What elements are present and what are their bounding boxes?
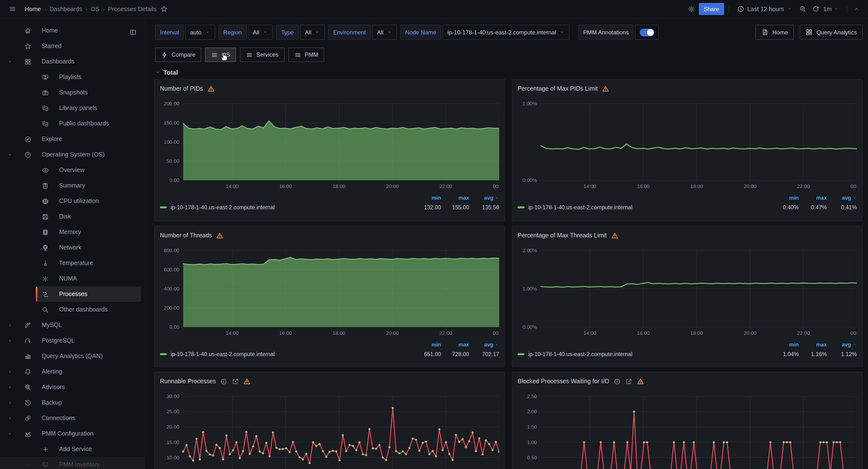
sidebar-item-advisors[interactable]: Advisors xyxy=(0,379,145,395)
sidebar-item-temperature[interactable]: Temperature xyxy=(0,255,145,271)
legend-sort-min[interactable]: min xyxy=(771,195,799,200)
info-icon[interactable] xyxy=(614,378,621,385)
legend-sort-max[interactable]: max xyxy=(441,342,469,347)
sidebar-item-starred[interactable]: Starred xyxy=(0,38,145,54)
legend-series-name[interactable]: ip-10-178-1-40.us-east-2.compute.interna… xyxy=(518,351,771,357)
legend-max-value: 0.47% xyxy=(799,205,827,210)
query-analytics-button[interactable]: Query Analytics xyxy=(799,25,863,40)
warning-icon[interactable] xyxy=(611,232,618,239)
sidebar-item-public-dashboards[interactable]: Public dashboards xyxy=(0,116,145,131)
panel-header: Runnable Processes xyxy=(160,375,499,387)
pmm-annotations-label: PMM Annotations xyxy=(579,25,634,40)
breadcrumb-os[interactable]: OS xyxy=(91,6,99,12)
compare-button[interactable]: Compare xyxy=(155,48,202,62)
legend-sort-max[interactable]: max xyxy=(799,195,827,200)
zoom-out-button[interactable] xyxy=(797,3,808,14)
warning-icon[interactable] xyxy=(637,378,644,385)
sidebar-item-processes[interactable]: Processes xyxy=(0,286,145,302)
row-header-total[interactable]: Total xyxy=(155,69,868,76)
chart-canvas-pids_pct[interactable]: 0.00%1.00%14:0016:0018:0020:0022:0000:00 xyxy=(518,94,857,191)
svg-text:0.00%: 0.00% xyxy=(522,177,537,183)
legend-sort-min[interactable]: min xyxy=(413,342,441,347)
breadcrumb: Home › Dashboards › OS › Processes Detai… xyxy=(25,6,157,12)
favorite-star-button[interactable] xyxy=(158,3,169,14)
legend-sort-min[interactable]: min xyxy=(771,342,799,347)
sidebar-item-summary[interactable]: Summary xyxy=(0,178,145,193)
os-menu-button[interactable]: OS xyxy=(205,48,236,62)
legend-series-name[interactable]: ip-10-178-1-40.us-east-2.compute.interna… xyxy=(160,351,413,357)
filter-interval: Interval auto xyxy=(155,25,215,40)
sidebar-item-pmm-configuration[interactable]: PMM Configuration xyxy=(0,426,145,441)
list-icon xyxy=(294,51,301,58)
sidebar-item-playlists[interactable]: Playlists xyxy=(0,69,145,85)
chart-canvas-runnable[interactable]: 5.0010.0015.0020.0025.0030.0014:0016:001… xyxy=(160,387,499,469)
filter-value-region[interactable]: All xyxy=(248,25,273,40)
chart-canvas-blocked[interactable]: 0.501.001.502.002.5014:0016:0018:0020:00… xyxy=(518,387,857,469)
sidebar-item-home[interactable]: Home xyxy=(0,23,145,38)
sidebar-item-other-dashboards[interactable]: Other dashboards xyxy=(0,302,145,317)
legend-sort-avg[interactable]: avg xyxy=(827,342,857,347)
sidebar-item-connections[interactable]: Connections xyxy=(0,410,145,426)
sidebar-item-pmm-inventory[interactable]: PMM Inventory xyxy=(0,457,145,469)
panel-threads: Number of Threads0.00200.00400.00600.008… xyxy=(154,226,505,367)
legend-series-name[interactable]: ip-10-178-1-40.us-east-2.compute.interna… xyxy=(160,205,413,210)
sidebar-item-query-analytics-qan[interactable]: Query Analytics (QAN) xyxy=(0,348,145,364)
legend-sort-min[interactable]: min xyxy=(413,195,441,200)
sidebar-item-label: Dashboards xyxy=(42,58,74,65)
dashboard-settings-button[interactable] xyxy=(686,3,697,14)
refresh-interval-picker[interactable]: 1m xyxy=(822,4,842,14)
sidebar-item-mysql[interactable]: MySQL xyxy=(0,317,145,333)
warning-icon[interactable] xyxy=(602,85,610,92)
advisor-icon xyxy=(23,383,32,391)
breadcrumb-dashboards[interactable]: Dashboards xyxy=(50,6,82,12)
legend-sort-avg[interactable]: avg xyxy=(469,195,499,200)
legend-sort-avg[interactable]: avg xyxy=(469,342,499,347)
chart-canvas-pids[interactable]: 0.0050.00100.00150.00200.0014:0016:0018:… xyxy=(160,94,499,191)
external-link-icon[interactable] xyxy=(625,378,632,385)
sidebar-item-alerting[interactable]: Alerting xyxy=(0,364,145,379)
sidebar-item-backup[interactable]: Backup xyxy=(0,395,145,410)
menu-toggle-button[interactable] xyxy=(7,3,18,14)
sidebar-collapse-button[interactable] xyxy=(127,27,138,38)
sidebar-item-network[interactable]: Network xyxy=(0,240,145,255)
time-range-picker[interactable]: Last 12 hours xyxy=(734,3,795,14)
svg-text:0.50: 0.50 xyxy=(527,455,537,460)
legend-sort-avg[interactable]: avg xyxy=(827,195,857,200)
kiosk-mode-button[interactable] xyxy=(852,4,861,13)
sidebar-item-memory[interactable]: Memory xyxy=(0,224,145,240)
pmm-menu-button[interactable]: PMM xyxy=(288,48,324,62)
sidebar-item-overview[interactable]: Overview xyxy=(0,162,145,178)
filter-label-type: Type xyxy=(276,25,299,40)
sidebar-item-add-service[interactable]: Add Service xyxy=(0,441,145,457)
chart-canvas-threads[interactable]: 0.00200.00400.00600.00800.0014:0016:0018… xyxy=(160,241,499,338)
legend-series-name[interactable]: ip-10-178-1-40.us-east-2.compute.interna… xyxy=(518,205,771,210)
info-icon[interactable] xyxy=(220,378,227,385)
sidebar-item-operating-system-os[interactable]: Operating System (OS) xyxy=(0,147,145,162)
warning-icon[interactable] xyxy=(216,232,224,239)
filter-value-interval[interactable]: auto xyxy=(185,25,215,40)
sidebar-item-library-panels[interactable]: Library panels xyxy=(0,100,145,116)
home-dashboard-button[interactable]: Home xyxy=(755,25,794,40)
chevron-right-icon xyxy=(6,415,13,421)
filter-value-environment[interactable]: All xyxy=(372,25,397,40)
services-menu-button[interactable]: Services xyxy=(240,48,284,62)
sidebar-item-disk[interactable]: Disk xyxy=(0,209,145,224)
pmm-annotations-toggle[interactable] xyxy=(635,25,659,40)
sidebar-item-snapshots[interactable]: Snapshots xyxy=(0,85,145,100)
breadcrumb-home[interactable]: Home xyxy=(25,6,41,12)
chart-canvas-threads_pct[interactable]: 0.00%1.00%2.00%14:0016:0018:0020:0022:00… xyxy=(518,241,857,338)
sidebar-item-postgresql[interactable]: PostgreSQL xyxy=(0,333,145,348)
legend-sort-max[interactable]: max xyxy=(441,195,469,200)
sidebar-item-explore[interactable]: Explore xyxy=(0,131,145,147)
external-link-icon[interactable] xyxy=(232,378,239,385)
sidebar-item-numa[interactable]: NUMA xyxy=(0,271,145,286)
sidebar-item-dashboards[interactable]: Dashboards xyxy=(0,54,145,69)
sidebar-item-cpu-utilization[interactable]: CPU utilization xyxy=(0,193,145,209)
share-button[interactable]: Share xyxy=(699,3,724,15)
filter-value-type[interactable]: All xyxy=(300,25,325,40)
refresh-button[interactable] xyxy=(810,3,820,14)
warning-icon[interactable] xyxy=(244,378,251,385)
legend-sort-max[interactable]: max xyxy=(799,342,827,347)
warning-icon[interactable] xyxy=(208,85,215,92)
filter-value-node-name[interactable]: ip-10-178-1-40.us-east-2.compute.interna… xyxy=(442,25,569,40)
